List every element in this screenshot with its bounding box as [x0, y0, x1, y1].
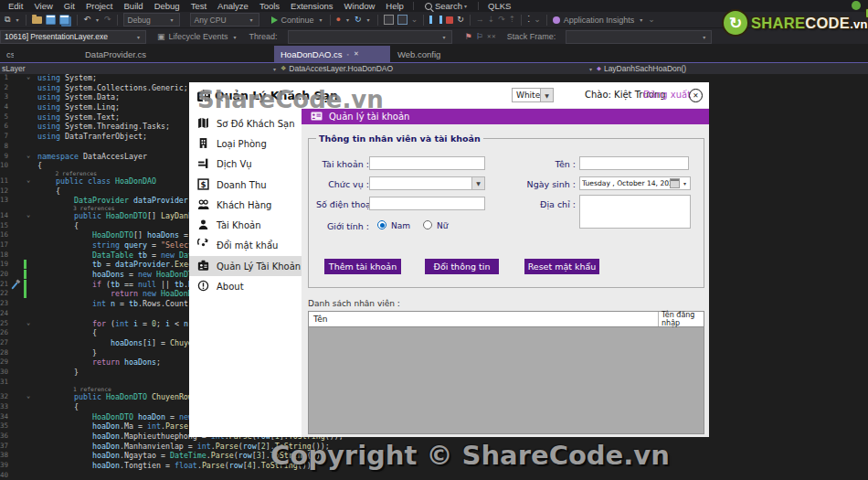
- save-all-icon[interactable]: [59, 15, 69, 25]
- role-select[interactable]: ▼: [369, 176, 485, 190]
- chevron-down-icon[interactable]: ▾: [234, 34, 237, 40]
- step-out-icon[interactable]: ⇡: [509, 16, 516, 24]
- menu-item-project[interactable]: Project: [80, 1, 119, 11]
- logout-button[interactable]: Đăng xuất: [643, 90, 691, 100]
- continue-icon[interactable]: [271, 16, 278, 24]
- theme-select[interactable]: White ▼: [512, 88, 554, 102]
- chevron-down-icon[interactable]: ▾: [346, 16, 349, 23]
- pin-icon[interactable]: ◦: [347, 51, 349, 58]
- menu-item-extensions[interactable]: Extensions: [285, 1, 338, 11]
- menu-item-analyze[interactable]: Analyze: [212, 1, 254, 11]
- toolbar-label-lifecycle-events[interactable]: Lifecycle Events: [169, 32, 228, 41]
- editor-gutter: [8, 240, 37, 251]
- grid-column-username[interactable]: Tên đăng nhập: [658, 312, 704, 326]
- show-next-statement-icon[interactable]: →: [476, 16, 484, 24]
- tab-dataprovider-cs[interactable]: DataProvider.cs: [79, 46, 163, 62]
- overflow-icon[interactable]: ⌄: [411, 16, 418, 24]
- menu-item-window[interactable]: Window: [339, 1, 381, 11]
- sidebar-item-about[interactable]: About: [189, 276, 302, 296]
- xx-icon[interactable]: ✕✕: [487, 34, 496, 39]
- hot-reload-icon[interactable]: ●: [336, 16, 341, 24]
- menu-item-debug[interactable]: Debug: [149, 1, 185, 11]
- undo-icon[interactable]: ↶: [83, 16, 90, 24]
- sidebar-item-t-i-kho-n[interactable]: Tài Khoản: [189, 215, 302, 235]
- sidebar-item-i-m-t-kh-u[interactable]: Đổi mật khẩu: [189, 236, 302, 256]
- save-icon[interactable]: [46, 15, 56, 25]
- overflow-icon[interactable]: ⌄: [534, 16, 541, 24]
- toolbar-label-thread[interactable]: Thread:: [249, 32, 278, 41]
- sidebar-item-doanh-thu[interactable]: $Doanh Thu: [189, 175, 302, 195]
- gender-female-radio[interactable]: [423, 220, 432, 229]
- employee-grid[interactable]: Tên Tên đăng nhập: [308, 311, 704, 434]
- fold-chevron-icon[interactable]: ⌄: [26, 391, 30, 401]
- redo-icon[interactable]: ↷: [104, 16, 111, 24]
- breadcrumb-project[interactable]: sLayer ▾: [0, 63, 278, 74]
- tab-cs[interactable]: cs: [0, 46, 14, 62]
- fold-chevron-icon[interactable]: ⌄: [26, 176, 30, 186]
- address-textarea[interactable]: [579, 195, 691, 229]
- name-input[interactable]: [579, 156, 689, 170]
- menu-item-git[interactable]: Git: [58, 1, 80, 11]
- menu-item-tools[interactable]: Tools: [254, 1, 285, 11]
- toolbar-dropdown-10616-presentationlayer-exe[interactable]: 10616] PresentationLayer.exe▾: [0, 30, 146, 44]
- restart-debug-icon[interactable]: ↻: [457, 16, 464, 24]
- menu-item-view[interactable]: View: [28, 1, 58, 11]
- menu-item-build[interactable]: Build: [119, 1, 149, 11]
- stop-icon[interactable]: [446, 16, 453, 24]
- dob-picker[interactable]: Tuesday , October 14, 2025 ▾: [579, 176, 691, 190]
- toolbar-dropdown-empty[interactable]: ▾: [288, 30, 452, 44]
- menu-item-help[interactable]: Help: [380, 1, 409, 11]
- breakpoints-icon[interactable]: ⁚: [527, 16, 530, 24]
- flag-outline-icon[interactable]: ⚐: [476, 33, 483, 41]
- sidebar-item-kh-ch-h-ng[interactable]: Khách Hàng: [189, 195, 302, 215]
- tab-web-config[interactable]: Web.config: [391, 46, 464, 62]
- restart-icon[interactable]: ↻: [355, 16, 362, 24]
- toolbar-label-stack-frame[interactable]: Stack Frame:: [507, 32, 556, 41]
- properties-window-icon[interactable]: [397, 15, 408, 25]
- reset-password-button[interactable]: Reset mật khẩu: [524, 259, 599, 274]
- chevron-down-icon[interactable]: ▾: [367, 16, 370, 23]
- add-account-button[interactable]: Thêm tài khoản: [324, 259, 401, 274]
- tab-hoadondao-cs[interactable]: HoaDonDAO.cs◦✕: [274, 46, 390, 62]
- sidebar-item-s-kh-ch-s-n[interactable]: Sơ Đồ Khách Sạn: [189, 113, 302, 133]
- editor-gutter: [8, 270, 37, 280]
- fold-chevron-icon[interactable]: ⌄: [26, 151, 30, 161]
- username-input[interactable]: [369, 156, 485, 170]
- toolbar-dropdown-empty[interactable]: ▾: [566, 30, 712, 44]
- breadcrumb-type[interactable]: ❖ DataAccesLayer.HoaDonDAO ▾: [278, 63, 594, 74]
- update-info-button[interactable]: Đổi thông tin: [425, 259, 499, 274]
- lifecycle-icon[interactable]: ▣: [157, 33, 165, 41]
- toolbar-label-application-insights[interactable]: Application Insights: [564, 16, 635, 25]
- fold-chevron-icon[interactable]: ⌄: [26, 73, 30, 82]
- breadcrumb-member[interactable]: ⬥ LayDanhSachHoaDon(): [594, 63, 868, 74]
- open-folder-icon[interactable]: [32, 16, 42, 24]
- sidebar-item-lo-i-ph-ng[interactable]: Loại Phòng: [189, 133, 302, 154]
- menu-item-edit[interactable]: Edit: [3, 1, 28, 11]
- solution-explorer-icon[interactable]: [384, 15, 394, 25]
- step-over-icon[interactable]: ↷: [498, 16, 505, 24]
- toolbar-dropdown-any-cpu[interactable]: Any CPU▾: [190, 13, 259, 27]
- close-tab-icon[interactable]: ✕: [354, 50, 359, 58]
- toolbar-label-continue[interactable]: Continue: [281, 16, 314, 25]
- tab-groups-icon[interactable]: ⧉: [5, 16, 10, 24]
- step-into-icon[interactable]: ⇣: [488, 16, 495, 24]
- fold-chevron-icon[interactable]: ⌄: [26, 318, 30, 328]
- chevron-down-icon[interactable]: ▾: [320, 16, 323, 23]
- lightbulb-icon[interactable]: [553, 16, 560, 24]
- fold-chevron-icon[interactable]: ⌄: [26, 210, 30, 220]
- chevron-down-icon[interactable]: ▾: [16, 16, 18, 23]
- pause-icon[interactable]: [429, 16, 442, 24]
- phone-input[interactable]: [369, 197, 485, 210]
- toolbar-dropdown-debug[interactable]: Debug▾: [123, 13, 180, 27]
- gender-male-radio[interactable]: [377, 220, 386, 229]
- grid-column-name[interactable]: Tên: [309, 312, 658, 326]
- overflow-icon[interactable]: ⌄: [648, 16, 655, 24]
- chevron-down-icon[interactable]: ▾: [96, 16, 99, 23]
- flag-icon[interactable]: ⚑: [465, 33, 472, 41]
- close-button[interactable]: ✕: [689, 89, 703, 102]
- sidebar-item-qu-n-l-t-i-kho-n[interactable]: Quản Lý Tài Khoản: [189, 256, 302, 276]
- menu-item-test[interactable]: Test: [185, 1, 212, 11]
- search-button[interactable]: Search ▾: [418, 1, 474, 11]
- chevron-down-icon[interactable]: ▾: [640, 16, 642, 23]
- sidebar-item-d-ch-v[interactable]: Dịch Vụ: [189, 155, 302, 175]
